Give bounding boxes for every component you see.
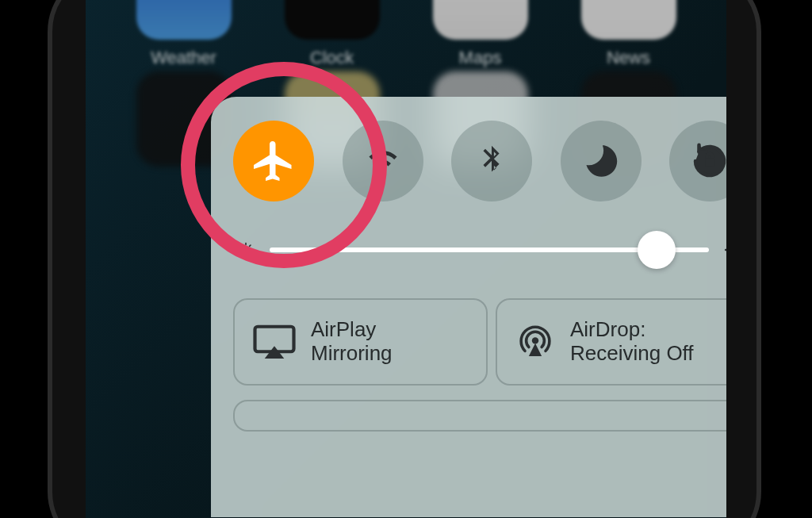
bluetooth-toggle[interactable] [451,121,532,201]
home-row-1: Weather Clock Maps News [86,0,726,68]
bluetooth-icon [473,143,510,179]
airdrop-button[interactable]: AirDrop: Receiving Off [496,298,726,386]
airdrop-line1: AirDrop: [570,318,694,342]
airplay-icon [252,324,297,360]
airplay-button[interactable]: AirPlay Mirroring [233,298,488,386]
brightness-thumb[interactable] [638,231,676,269]
svg-rect-0 [705,159,714,167]
app-clock[interactable]: Clock [281,0,384,68]
orientation-lock-icon [688,140,726,182]
night-shift-button[interactable] [233,400,726,432]
svg-line-9 [250,245,251,246]
orientation-lock-toggle[interactable] [669,121,726,201]
airplane-icon [250,137,297,185]
app-news[interactable]: News [577,0,680,68]
app-label: News [577,48,680,68]
clock-icon [285,0,380,40]
do-not-disturb-toggle[interactable] [561,121,642,201]
airdrop-label: AirDrop: Receiving Off [570,318,694,366]
svg-point-1 [243,247,248,252]
toggle-row [233,121,726,201]
app-label: Clock [281,48,384,68]
news-icon [581,0,676,40]
svg-line-7 [250,254,251,255]
airplay-line2: Mirroring [311,342,393,366]
app-label: Maps [429,48,532,68]
brightness-high-icon [723,238,726,262]
wifi-toggle[interactable] [343,121,423,201]
svg-point-20 [532,337,538,343]
svg-line-8 [241,254,242,255]
app-label: Weather [132,48,236,68]
brightness-slider[interactable] [236,230,726,270]
wifi-icon [362,140,404,182]
app-weather[interactable]: Weather [132,0,236,68]
airplay-line1: AirPlay [311,318,393,342]
weather-icon [136,0,232,40]
brightness-track[interactable] [270,247,709,252]
moon-icon [581,141,621,181]
app-maps[interactable]: Maps [429,0,532,68]
maps-icon [433,0,528,40]
airdrop-icon [515,321,556,363]
airplay-label: AirPlay Mirroring [311,318,393,366]
airdrop-line2: Receiving Off [570,342,694,366]
airplane-mode-toggle[interactable] [233,121,314,201]
phone-screen: Weather Clock Maps News [86,0,726,518]
brightness-low-icon [236,240,255,259]
airplay-airdrop-row: AirPlay Mirroring AirDrop: Receiving Off [233,298,726,386]
svg-line-6 [241,245,242,246]
control-center-panel: AirPlay Mirroring AirDrop: Receiving Off [211,97,726,517]
night-shift-row [233,400,726,432]
